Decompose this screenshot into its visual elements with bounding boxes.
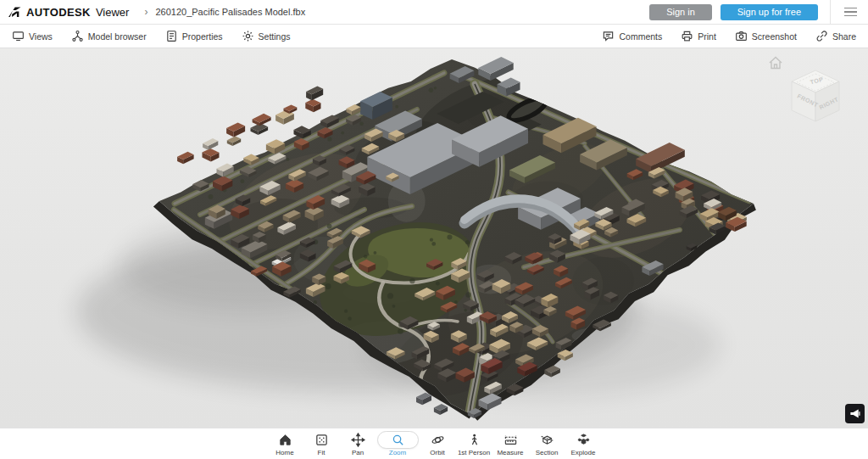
zoom-icon — [391, 433, 405, 447]
first-person-icon — [467, 433, 481, 447]
tool-explode[interactable]: Explode — [565, 431, 602, 456]
section-icon — [540, 433, 554, 447]
print-label: Print — [698, 31, 716, 42]
viewcube[interactable]: TOP FRONT RIGHT — [783, 65, 848, 128]
app-header: AUTODESK Viewer › 260120_Pacific Palisad… — [0, 0, 868, 25]
tool-home[interactable]: Home — [267, 431, 303, 456]
measure-icon — [504, 433, 518, 447]
feedback-button[interactable] — [845, 404, 865, 423]
settings-icon — [242, 30, 254, 42]
breadcrumb-chevron: › — [144, 6, 147, 18]
tool-zoom-label: Zoom — [389, 449, 406, 456]
tool-first-person-label: 1st Person — [458, 449, 490, 456]
share-label: Share — [832, 31, 856, 42]
model-browser-icon — [71, 30, 84, 42]
share-icon — [815, 30, 828, 42]
breadcrumb-filename: 260120_Pacific Palisades Model.fbx — [155, 7, 305, 17]
properties-button[interactable]: Properties — [165, 30, 223, 42]
screenshot-icon — [735, 30, 748, 42]
model-browser-button[interactable]: Model browser — [71, 30, 147, 42]
tool-zoom[interactable]: Zoom — [376, 431, 420, 456]
product-text: Viewer — [96, 6, 130, 19]
autodesk-mark-icon — [8, 7, 21, 18]
tool-explode-label: Explode — [571, 449, 596, 456]
brand-text: AUTODESK — [26, 6, 91, 19]
header-divider — [830, 0, 831, 25]
autodesk-logo[interactable]: AUTODESK Viewer — [8, 6, 129, 19]
explode-icon — [576, 433, 591, 447]
navigation-toolbar: Home Fit Pan Zoom — [0, 428, 868, 459]
tool-pan[interactable]: Pan — [340, 431, 376, 456]
autodesk-viewer-app: AUTODESK Viewer › 260120_Pacific Palisad… — [0, 0, 868, 459]
print-button[interactable]: Print — [681, 30, 716, 42]
print-icon — [681, 30, 693, 42]
views-label: Views — [29, 31, 53, 42]
tool-fit-label: Fit — [318, 449, 326, 456]
fit-icon — [314, 433, 329, 447]
views-icon — [12, 30, 25, 42]
properties-icon — [165, 30, 178, 42]
tool-measure[interactable]: Measure — [492, 431, 529, 456]
model-browser-label: Model browser — [88, 31, 147, 42]
viewer-toolbar: Views Model browser Properties Settings — [0, 25, 868, 48]
sign-up-button[interactable]: Sign up for free — [721, 4, 818, 20]
menu-icon[interactable] — [841, 3, 860, 21]
sign-in-button[interactable]: Sign in — [649, 4, 712, 20]
tool-orbit-label: Orbit — [430, 449, 444, 456]
model-viewport[interactable]: TOP FRONT RIGHT — [0, 48, 868, 428]
properties-label: Properties — [182, 31, 223, 42]
tool-fit[interactable]: Fit — [303, 431, 340, 456]
screenshot-button[interactable]: Screenshot — [735, 30, 797, 42]
megaphone-icon — [849, 408, 860, 419]
settings-button[interactable]: Settings — [242, 30, 291, 42]
viewcube-home-icon[interactable] — [767, 55, 784, 70]
settings-label: Settings — [259, 31, 291, 42]
tool-section[interactable]: Section — [529, 431, 565, 456]
home-icon — [278, 433, 292, 447]
tool-home-label: Home — [275, 449, 293, 456]
views-button[interactable]: Views — [12, 30, 53, 42]
tool-first-person[interactable]: 1st Person — [456, 431, 492, 456]
tool-orbit[interactable]: Orbit — [420, 431, 456, 456]
comments-button[interactable]: Comments — [602, 30, 662, 42]
tool-section-label: Section — [536, 449, 559, 456]
comments-icon — [602, 30, 615, 42]
orbit-icon — [431, 433, 445, 447]
share-button[interactable]: Share — [815, 30, 856, 42]
tool-pan-label: Pan — [352, 449, 364, 456]
comments-label: Comments — [619, 31, 662, 42]
tool-measure-label: Measure — [497, 449, 523, 456]
screenshot-label: Screenshot — [752, 31, 797, 42]
city-model-canvas — [0, 48, 868, 428]
pan-icon — [351, 433, 365, 447]
